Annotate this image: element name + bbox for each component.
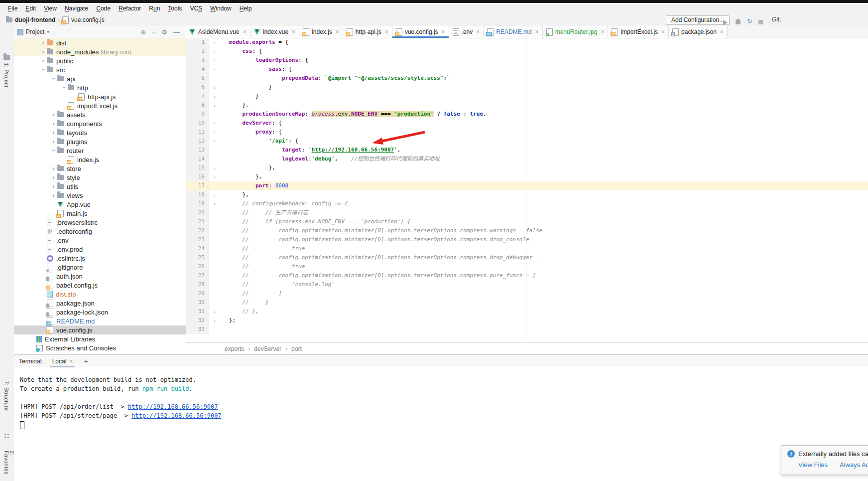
tree-item-.editorconfig[interactable]: .editorconfig: [14, 227, 186, 236]
chevron-icon[interactable]: ›: [62, 84, 67, 92]
run-icon[interactable]: [723, 17, 728, 26]
menu-help[interactable]: Help: [236, 3, 256, 14]
tab-menuRouter.jpg[interactable]: menuRouter.jpg×: [543, 26, 609, 38]
add-configuration-button[interactable]: Add Configuration...: [666, 15, 730, 25]
breadcrumb-exports[interactable]: exports: [225, 345, 244, 352]
chevron-icon[interactable]: ›: [51, 75, 56, 83]
tab-README.md[interactable]: README.md×: [484, 26, 542, 38]
close-tab-icon[interactable]: ×: [601, 28, 604, 35]
menu-view[interactable]: View: [40, 3, 61, 14]
tab-importExcel.js[interactable]: importExcel.js×: [608, 26, 669, 38]
project-panel-title[interactable]: Project: [26, 28, 44, 35]
chevron-icon[interactable]: ›: [50, 193, 57, 198]
menu-run[interactable]: Run: [145, 3, 164, 14]
breadcrumb-devServer[interactable]: devServer: [254, 345, 281, 352]
locate-icon[interactable]: ⊕: [140, 28, 146, 36]
tab-.env[interactable]: .env×: [449, 26, 484, 38]
close-tab-icon[interactable]: ×: [243, 28, 247, 35]
close-tab-icon[interactable]: ×: [336, 28, 339, 35]
code-area[interactable]: 1▿module.exports = {2▿ css: {3▿ loaderOp…: [186, 38, 868, 334]
proxy-target-link[interactable]: http://192.168.66.56:9007: [128, 403, 218, 410]
tab-index.js[interactable]: index.js×: [299, 26, 343, 38]
tab-package.json[interactable]: package.json×: [669, 26, 728, 38]
tab-http-api.js[interactable]: http-api.js×: [343, 26, 392, 38]
tree-item-http-api.js[interactable]: http-api.js: [14, 92, 186, 101]
tree-item-views[interactable]: ›views: [14, 191, 186, 200]
stripe-project[interactable]: 1: Project: [3, 63, 9, 87]
editor-pane[interactable]: AsideMenu.vue×index.vue×index.js×http-ap…: [186, 26, 868, 354]
menu-file[interactable]: File: [4, 3, 21, 14]
tree-item-router[interactable]: ›router: [14, 146, 186, 155]
terminal-output[interactable]: Note that the development build is not o…: [14, 367, 868, 429]
tree-item-utils[interactable]: ›utils: [14, 182, 186, 191]
close-tab-icon[interactable]: ×: [292, 28, 295, 35]
chevron-icon[interactable]: ›: [39, 40, 47, 45]
collapse-all-icon[interactable]: ÷: [152, 28, 155, 36]
chevron-icon[interactable]: ›: [50, 184, 57, 189]
menu-code[interactable]: Code: [92, 3, 115, 14]
breadcrumb-project[interactable]: duoji-frontend: [15, 16, 55, 23]
tree-item-store[interactable]: ›store: [14, 164, 186, 173]
tab-vue.config.js[interactable]: vue.config.js×: [392, 26, 449, 38]
menu-edit[interactable]: Edit: [21, 3, 40, 14]
tree-item-public[interactable]: ›public: [14, 56, 186, 65]
tree-item-.gitignore[interactable]: .gitignore: [14, 263, 186, 272]
tree-item-README.md[interactable]: README.md: [14, 317, 186, 325]
stop-icon[interactable]: [758, 17, 763, 26]
project-tool-icon[interactable]: [3, 55, 10, 60]
grid-icon[interactable]: [4, 434, 6, 435]
tree-item-package.json[interactable]: package.json: [14, 299, 186, 308]
chevron-down-icon[interactable]: ▾: [47, 29, 49, 34]
close-tab-icon[interactable]: ×: [535, 28, 539, 35]
tree-item-layouts[interactable]: ›layouts: [14, 128, 186, 137]
tree-item-http[interactable]: ›http: [14, 83, 186, 92]
terminal-tab-local[interactable]: Local ×: [50, 355, 75, 367]
tree-item-App.vue[interactable]: App.vue: [14, 200, 186, 209]
tree-item-plugins[interactable]: ›plugins: [14, 137, 186, 146]
tree-item-importExcel.js[interactable]: importExcel.js: [14, 101, 186, 110]
chevron-icon[interactable]: ›: [50, 121, 57, 126]
tree-item-External Libraries[interactable]: External Libraries: [14, 334, 186, 343]
tree-item-style[interactable]: ›style: [14, 173, 186, 182]
tree-item-auth.json[interactable]: auth.json: [14, 272, 186, 281]
tree-item-Scratches and Consoles[interactable]: Scratches and Consoles: [14, 343, 186, 352]
menu-navigate[interactable]: Navigate: [61, 3, 92, 14]
chevron-icon[interactable]: ›: [50, 166, 57, 171]
tree-item-dist[interactable]: ›dist: [14, 38, 186, 47]
view-files-link[interactable]: View Files: [798, 461, 828, 469]
chevron-icon[interactable]: ›: [39, 58, 47, 63]
close-tab-icon[interactable]: ×: [385, 28, 388, 35]
tree-item-main.js[interactable]: main.js: [14, 209, 186, 218]
close-tab-icon[interactable]: ×: [476, 28, 480, 35]
tree-item-assets[interactable]: ›assets: [14, 110, 186, 119]
menu-vcs[interactable]: VCS: [186, 3, 206, 14]
tab-index.vue[interactable]: index.vue×: [250, 26, 299, 38]
tree-item-package-lock.json[interactable]: package-lock.json: [14, 308, 186, 317]
tree-item-api[interactable]: ›api: [14, 74, 186, 83]
tree-item-.env[interactable]: .env: [14, 236, 186, 245]
tree-item-babel.config.js[interactable]: babel.config.js: [14, 281, 186, 290]
tree-item-src[interactable]: ›src: [14, 65, 186, 74]
stripe-structure[interactable]: 7: Structure: [3, 381, 9, 411]
chevron-icon[interactable]: ›: [50, 130, 57, 135]
git-label[interactable]: Git:: [772, 16, 781, 23]
chevron-icon[interactable]: ›: [50, 139, 57, 144]
chevron-icon[interactable]: ›: [41, 66, 46, 74]
chevron-icon[interactable]: ›: [50, 175, 57, 180]
menu-refactor[interactable]: Refactor: [115, 3, 145, 14]
close-terminal-tab-icon[interactable]: ×: [69, 358, 73, 365]
tree-item-vue.config.js[interactable]: vue.config.js: [14, 325, 186, 334]
tree-item-index.js[interactable]: index.js: [14, 155, 186, 164]
settings-gear-icon[interactable]: ⚙: [161, 28, 167, 36]
always-add-link[interactable]: Always Add: [840, 461, 868, 469]
tree-item-dist.zip[interactable]: dist.zip: [14, 290, 186, 299]
breadcrumb-port[interactable]: port: [291, 345, 302, 352]
tree-item-node_modules[interactable]: ›node_moduleslibrary root: [14, 47, 186, 56]
vcs-update-icon[interactable]: ↻: [747, 16, 752, 25]
close-tab-icon[interactable]: ×: [661, 28, 665, 35]
tab-AsideMenu.vue[interactable]: AsideMenu.vue×: [186, 26, 250, 38]
menu-tools[interactable]: Tools: [164, 3, 186, 14]
debug-icon[interactable]: [736, 17, 741, 26]
menu-window[interactable]: Window: [206, 3, 236, 14]
breadcrumb-file[interactable]: vue.config.js: [71, 16, 105, 23]
